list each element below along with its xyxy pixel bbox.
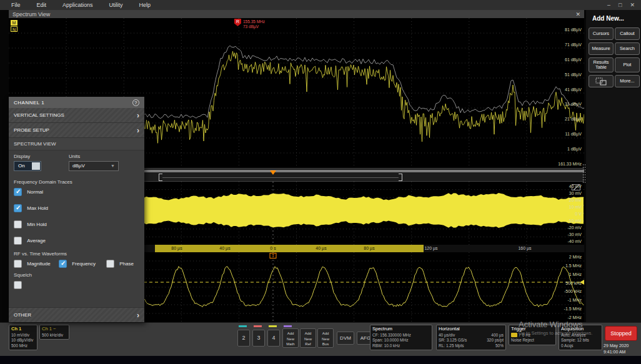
badge-title: Ch 1 ~: [42, 326, 67, 332]
rf-y-axis: 2 MHz 1.5 MHz 1 MHz 500 kHz -500 kHz -1 …: [564, 255, 582, 320]
y-axis-label: 2 MHz: [569, 255, 582, 259]
checkbox-label: Phase: [119, 261, 134, 267]
checkbox-phase[interactable]: Phase: [106, 260, 134, 268]
button-line: Add: [301, 331, 316, 337]
badge-line: 500 kHz/div: [42, 333, 67, 338]
time-label: 160 µs: [518, 246, 531, 250]
y-axis-label: 1.5 MHz: [565, 263, 582, 268]
menu-edit[interactable]: Edit: [37, 2, 47, 8]
checkbox-icon[interactable]: [14, 188, 22, 196]
max-hold-trace-badge[interactable]: M: [11, 20, 17, 26]
rf-vs-time-label: RF vs. Time Waveforms: [14, 251, 67, 257]
badge-value: 320 ps/pt: [487, 338, 504, 343]
vertical-settings-row[interactable]: VERTICAL SETTINGS ›: [9, 108, 144, 123]
run-stop-button[interactable]: Stopped: [605, 326, 637, 341]
checkbox-icon[interactable]: [14, 260, 22, 268]
checkbox-average[interactable]: Average: [14, 237, 46, 245]
toggle-knob[interactable]: [32, 162, 40, 170]
y-axis-label: 1 MHz: [569, 272, 582, 277]
y-axis-label: -40 mV: [567, 239, 582, 243]
checkbox-icon[interactable]: [14, 220, 22, 229]
badge-line: 10 dBµV/div: [11, 338, 35, 343]
measure-button[interactable]: Measure: [589, 42, 614, 55]
y-axis-label: 21 dBµV: [565, 117, 582, 121]
menu-utility[interactable]: Utility: [109, 2, 123, 8]
chevron-right-icon: ›: [137, 126, 139, 135]
stop-frequency-label: 161.33 MHz: [558, 162, 582, 166]
callout-button[interactable]: Callout: [615, 27, 640, 40]
reference-marker-readout: 155.35 MHz 73 dBµV: [243, 19, 265, 29]
spectrum-view-close-icon[interactable]: ✕: [575, 11, 580, 17]
add-new-math-button[interactable]: Add New Math: [282, 328, 299, 348]
amplitude-y-axis: 40 mV 30 mV 20 mV 10 mV 0 V -10 mV -20 m…: [567, 184, 582, 243]
channel2-button[interactable]: 2: [237, 330, 250, 347]
menu-help[interactable]: Help: [139, 2, 151, 8]
trigger-level-marker[interactable]: [580, 280, 584, 285]
display-toggle[interactable]: On: [14, 161, 41, 171]
help-icon[interactable]: ?: [132, 99, 139, 106]
zoom-bracket-left[interactable]: [159, 174, 162, 181]
checkbox-icon[interactable]: [106, 260, 114, 268]
add-new-bus-button[interactable]: Add New Bus: [317, 328, 334, 348]
close-icon[interactable]: ✕: [630, 2, 635, 8]
y-axis-label: 81 dBµV: [565, 27, 582, 32]
y-axis-label: -20 mV: [567, 225, 582, 230]
checkbox-min-hold[interactable]: Min Hold: [14, 220, 47, 229]
probe-setup-row[interactable]: PROBE SETUP ›: [9, 123, 144, 138]
spectrum-badge[interactable]: Spectrum CF: 156.330000 MHz Span: 10.000…: [370, 325, 432, 350]
more-button[interactable]: More...: [615, 75, 640, 87]
search-button[interactable]: Search: [615, 42, 640, 55]
channel4-button[interactable]: 4: [267, 330, 280, 347]
add-new-ref-button[interactable]: Add New Ref: [300, 328, 316, 348]
checkbox-label: Average: [27, 238, 46, 243]
ch1-badge[interactable]: Ch 1 10 mV/div 10 dBµV/div 500 MHz: [9, 325, 37, 350]
y-axis-label: -10 mV: [567, 219, 582, 223]
y-axis-label: 30 mV: [569, 191, 582, 195]
menu-file[interactable]: File: [11, 2, 21, 8]
cursors-button[interactable]: Cursors: [589, 27, 614, 40]
checkbox-normal[interactable]: Normal: [14, 188, 43, 196]
channel3-button[interactable]: 3: [252, 330, 265, 347]
checkbox-max-hold[interactable]: Max Hold: [14, 204, 48, 212]
zoom-bracket-right[interactable]: [399, 174, 402, 181]
checkbox-icon[interactable]: [14, 204, 22, 212]
y-axis-label: 61 dBµV: [565, 57, 582, 62]
expansion-point-marker[interactable]: [270, 170, 276, 175]
spectrum-view-titlebar[interactable]: Spectrum View ✕: [9, 10, 584, 18]
ch2-color-key: [239, 325, 247, 327]
channel-panel-header[interactable]: CHANNEL 1 ?: [9, 97, 144, 108]
channel-panel-title: CHANNEL 1: [14, 100, 44, 106]
badge-line: Span: 10.0000 MHz: [372, 338, 430, 343]
activate-windows-watermark-sub: Go to Settings to activate Windows.: [519, 330, 592, 336]
other-row[interactable]: OTHER ›: [9, 307, 144, 322]
plot-button[interactable]: Plot: [615, 57, 640, 72]
horizontal-badge[interactable]: Horizontal 40 µs/div 400 µs SR: 3.125 GS…: [436, 325, 506, 350]
y-axis-label: 11 dBµV: [565, 132, 582, 136]
minimize-icon[interactable]: –: [607, 2, 610, 8]
checkbox-magnitude[interactable]: Magnitude: [14, 260, 51, 268]
results-table-button[interactable]: Results Table: [589, 57, 614, 72]
ch1-spectrum-badge[interactable]: Ch 1 ~ 500 kHz/div: [39, 325, 69, 340]
resize-handle[interactable]: [582, 164, 587, 184]
expand-icon[interactable]: [572, 184, 580, 190]
trigger-position-marker[interactable]: T: [270, 253, 277, 258]
checkbox-frequency[interactable]: Frequency: [59, 260, 96, 268]
checkbox-squelch[interactable]: [14, 281, 22, 289]
maximize-icon[interactable]: □: [619, 2, 622, 8]
zoomed-time-band[interactable]: [155, 245, 424, 252]
units-dropdown[interactable]: dBµV ▼: [69, 161, 119, 171]
normal-trace-badge[interactable]: N: [11, 26, 17, 32]
button-line: New: [283, 337, 298, 342]
button-line: Bus: [318, 342, 333, 347]
checkbox-icon[interactable]: [14, 237, 22, 245]
badge-line: CF: 156.330000 MHz: [372, 333, 430, 338]
menu-applications[interactable]: Applications: [62, 2, 93, 8]
checkbox-icon[interactable]: [14, 281, 22, 289]
zoom-button[interactable]: [589, 75, 614, 87]
zoom-window-brackets[interactable]: [159, 174, 402, 181]
button-line: Math: [283, 342, 298, 347]
dvm-button[interactable]: DVM: [337, 332, 354, 345]
checkbox-label: Max Hold: [27, 205, 48, 211]
row-label: OTHER: [14, 312, 31, 318]
checkbox-icon[interactable]: [59, 260, 67, 268]
